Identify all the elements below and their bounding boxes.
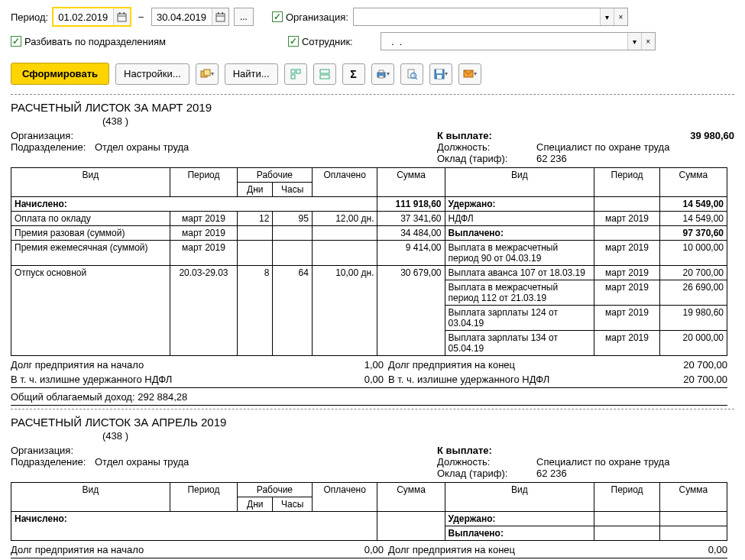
svg-rect-12: [291, 75, 295, 79]
svg-rect-23: [437, 75, 442, 79]
emp-dropdown[interactable]: ▾ ×: [381, 32, 656, 50]
debt-end-val: 20 700,00: [674, 359, 727, 371]
svg-rect-0: [118, 14, 126, 21]
collapse-groups-icon[interactable]: [313, 63, 336, 85]
divider: [11, 409, 734, 409]
pos-label: Должность:: [437, 456, 536, 468]
svg-rect-17: [379, 76, 384, 78]
svg-rect-13: [320, 70, 329, 73]
emp-label: Сотрудник:: [302, 36, 353, 47]
slip2-title: РАСЧЕТНЫЙ ЛИСТОК ЗА АПРЕЛЬ 2019: [11, 416, 734, 429]
sum-icon[interactable]: Σ: [342, 63, 365, 85]
debt-start-label: Долг предприятия на начало: [11, 544, 330, 555]
taxable-label: Общий облагаемый доход:: [11, 391, 135, 403]
slip2-table: Вид Период Рабочие Оплачено Сумма Вид Пе…: [11, 482, 727, 541]
date-to-input[interactable]: [152, 8, 212, 25]
svg-rect-4: [216, 14, 225, 21]
period-dash: –: [138, 11, 144, 22]
pos-value: Специалист по охране труда: [536, 456, 669, 468]
debt-start-val: 1,00: [330, 359, 384, 371]
settings-button[interactable]: Настройки...: [115, 63, 189, 85]
breakdown-label: Разбивать по подразделениям: [24, 36, 166, 47]
calendar-icon[interactable]: [113, 8, 130, 25]
org-checkbox[interactable]: ✓Организация:: [272, 11, 348, 23]
debt-end-label: Долг предприятия на конец: [384, 359, 674, 371]
ndfl-over-label2: В т. ч. излишне удержанного НДФЛ: [384, 374, 674, 385]
pos-value: Специалист по охране труда: [536, 141, 669, 153]
clear-icon[interactable]: ×: [641, 33, 655, 50]
rate-value: 62 236: [536, 153, 567, 164]
org-input[interactable]: [354, 8, 600, 25]
divider: [11, 94, 734, 95]
mail-icon[interactable]: ▾: [458, 63, 481, 85]
emp-input[interactable]: [381, 33, 627, 50]
org-meta-label: Организация:: [11, 445, 95, 456]
svg-rect-2: [119, 12, 121, 15]
org-meta-label: Организация:: [11, 130, 95, 141]
svg-rect-11: [296, 70, 300, 73]
pos-label: Должность:: [437, 141, 536, 153]
svg-rect-22: [436, 70, 442, 73]
breakdown-checkbox[interactable]: ✓Разбивать по подразделениям: [11, 36, 166, 47]
date-from-input[interactable]: [53, 8, 113, 25]
emp-checkbox[interactable]: ✓Сотрудник:: [288, 36, 353, 47]
svg-rect-14: [320, 75, 329, 79]
dept-meta-value: Отдел охраны труда: [95, 456, 189, 468]
svg-rect-16: [379, 70, 384, 73]
preview-icon[interactable]: [400, 63, 423, 85]
rate-label: Оклад (тариф):: [437, 468, 536, 479]
svg-rect-10: [291, 70, 295, 73]
svg-rect-9: [204, 70, 210, 76]
save-icon[interactable]: ▾: [429, 63, 452, 85]
calendar-icon[interactable]: [212, 8, 228, 25]
dept-meta-label: Подразделение:: [11, 141, 95, 153]
variants-button[interactable]: ▾: [196, 63, 219, 85]
slip1-title: РАСЧЕТНЫЙ ЛИСТОК ЗА МАРТ 2019: [11, 101, 734, 114]
find-button[interactable]: Найти...: [225, 63, 278, 85]
period-select-button[interactable]: ...: [234, 8, 254, 26]
taxable-val: 292 884,28: [138, 391, 187, 403]
debt-start-label: Долг предприятия на начало: [11, 359, 330, 371]
rate-label: Оклад (тариф):: [437, 153, 536, 164]
dept-meta-value: Отдел охраны труда: [95, 141, 189, 153]
chevron-down-icon[interactable]: ▾: [627, 33, 641, 50]
period-label: Период:: [11, 11, 48, 23]
date-to-wrap[interactable]: [151, 8, 229, 26]
svg-line-20: [415, 77, 417, 79]
svg-rect-6: [218, 12, 219, 15]
clear-icon[interactable]: ×: [614, 8, 627, 25]
org-dropdown[interactable]: ▾ ×: [353, 8, 628, 26]
rate-value: 62 236: [536, 468, 567, 479]
print-icon[interactable]: ▾: [371, 63, 394, 85]
debt-start-val: 0,00: [330, 544, 384, 555]
slip1-empnum: (438 ): [11, 115, 734, 127]
dept-meta-label: Подразделение:: [11, 456, 95, 468]
debt-end-label: Долг предприятия на конец: [384, 544, 674, 555]
debt-end-val: 0,00: [674, 544, 727, 555]
slip1-table: Вид Период Рабочие Оплачено Сумма Вид Пе…: [11, 167, 727, 356]
chevron-down-icon[interactable]: ▾: [600, 8, 614, 25]
ndfl-over-label: В т. ч. излишне удержанного НДФЛ: [11, 374, 330, 385]
slip2-empnum: (438 ): [11, 430, 734, 442]
ndfl-over-end: 20 700,00: [674, 374, 727, 385]
svg-rect-3: [124, 12, 125, 15]
pay-label: К выплате:: [437, 445, 536, 456]
generate-button[interactable]: Сформировать: [11, 63, 109, 85]
pay-value: 39 980,60: [690, 130, 734, 141]
date-from-wrap[interactable]: [53, 8, 131, 26]
pay-label: К выплате:: [437, 130, 536, 141]
org-label: Организация:: [286, 11, 348, 23]
ndfl-over-start: 0,00: [330, 374, 384, 385]
svg-rect-7: [222, 12, 223, 15]
expand-groups-icon[interactable]: [284, 63, 307, 85]
